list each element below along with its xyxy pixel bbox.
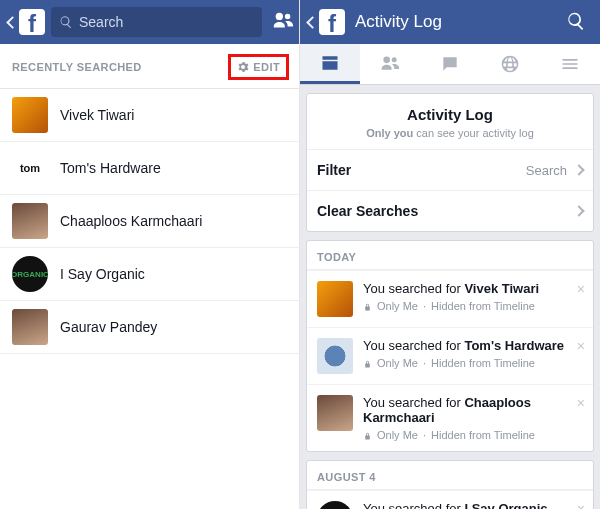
log-entry[interactable]: You searched for Tom's HardwareOnly Me·H… — [307, 327, 593, 384]
clear-searches-row[interactable]: Clear Searches — [307, 190, 593, 231]
dismiss-button[interactable]: × — [577, 281, 585, 297]
log-entry[interactable]: You searched for Chaaploos KarmchaariOnl… — [307, 384, 593, 451]
friends-icon — [272, 10, 294, 32]
log-section: TODAYYou searched for Vivek TiwariOnly M… — [306, 240, 594, 452]
section-label: AUGUST 4 — [307, 461, 593, 490]
tab-notifications[interactable] — [480, 44, 540, 84]
dismiss-button[interactable]: × — [577, 501, 585, 509]
avatar — [317, 338, 353, 374]
search-button[interactable] — [558, 11, 594, 34]
avatar — [12, 203, 48, 239]
chevron-left-icon — [6, 16, 19, 29]
pane-activity-log: f Activity Log Activity Log Only you can… — [300, 0, 600, 509]
edit-label: EDIT — [253, 61, 280, 73]
friend-requests-button[interactable] — [266, 10, 300, 35]
friends-icon — [380, 54, 400, 74]
log-entry-text: You searched for Vivek Tiwari — [363, 281, 583, 296]
avatar — [12, 97, 48, 133]
clear-searches-label: Clear Searches — [317, 203, 418, 219]
chevron-right-icon — [573, 205, 584, 216]
tab-messages[interactable] — [420, 44, 480, 84]
tabstrip — [300, 44, 600, 85]
pane-search: f RECENTLY SEARCHED EDIT Vivek Tiwaritom… — [0, 0, 300, 509]
chevron-left-icon — [306, 16, 319, 29]
recent-item-name: Tom's Hardware — [60, 160, 161, 176]
tab-more[interactable] — [540, 44, 600, 84]
avatar: tom — [12, 150, 48, 186]
log-entry-text: You searched for I Say Organic — [363, 501, 583, 509]
tab-newsfeed[interactable] — [300, 44, 360, 84]
avatar — [317, 281, 353, 317]
back-button[interactable]: f — [6, 0, 47, 44]
recent-item-name: Chaaploos Karmchaari — [60, 213, 202, 229]
recent-list: Vivek TiwaritomTom's HardwareChaaploos K… — [0, 89, 299, 354]
log-entry-meta: Only Me·Hidden from Timeline — [363, 429, 583, 441]
section-label: TODAY — [307, 241, 593, 270]
activity-log-title: Activity Log — [315, 106, 585, 123]
recent-item[interactable]: ORGANICI Say Organic — [0, 248, 299, 301]
log-entry[interactable]: You searched for Vivek TiwariOnly Me·Hid… — [307, 270, 593, 327]
log-entry-text: You searched for Tom's Hardware — [363, 338, 583, 353]
hamburger-icon — [560, 54, 580, 74]
recent-item[interactable]: Chaaploos Karmchaari — [0, 195, 299, 248]
filter-label: Filter — [317, 162, 351, 178]
recent-item[interactable]: Vivek Tiwari — [0, 89, 299, 142]
page-title: Activity Log — [351, 12, 554, 32]
search-icon — [566, 11, 586, 31]
avatar: ORGANIC — [317, 501, 353, 509]
activity-log-header-card: Activity Log Only you can see your activ… — [306, 93, 594, 232]
recent-item-name: Vivek Tiwari — [60, 107, 134, 123]
lock-icon — [363, 359, 372, 368]
facebook-logo: f — [19, 9, 45, 35]
log-entry-meta: Only Me·Hidden from Timeline — [363, 300, 583, 312]
annotation-highlight: EDIT — [228, 54, 289, 80]
filter-row[interactable]: Filter Search — [307, 149, 593, 190]
tab-friends[interactable] — [360, 44, 420, 84]
log-entry[interactable]: ORGANICYou searched for I Say OrganicOnl… — [307, 490, 593, 509]
globe-icon — [500, 54, 520, 74]
messages-icon — [440, 54, 460, 74]
topbar-right: f Activity Log — [300, 0, 600, 44]
recent-item[interactable]: tomTom's Hardware — [0, 142, 299, 195]
search-input[interactable] — [79, 14, 254, 30]
search-icon — [59, 15, 73, 29]
back-button[interactable]: f — [306, 0, 347, 44]
topbar-left: f — [0, 0, 299, 44]
avatar — [317, 395, 353, 431]
feed-icon — [320, 53, 340, 73]
avatar — [12, 309, 48, 345]
edit-button[interactable]: EDIT — [233, 59, 284, 75]
activity-log-content: Activity Log Only you can see your activ… — [300, 85, 600, 509]
recently-searched-header: RECENTLY SEARCHED EDIT — [0, 44, 299, 89]
lock-icon — [363, 431, 372, 440]
search-box[interactable] — [51, 7, 262, 37]
filter-value: Search — [526, 163, 567, 178]
facebook-logo: f — [319, 9, 345, 35]
log-entry-text: You searched for Chaaploos Karmchaari — [363, 395, 583, 425]
avatar: ORGANIC — [12, 256, 48, 292]
lock-icon — [363, 302, 372, 311]
recent-item[interactable]: Gaurav Pandey — [0, 301, 299, 354]
log-entry-meta: Only Me·Hidden from Timeline — [363, 357, 583, 369]
log-section: AUGUST 4ORGANICYou searched for I Say Or… — [306, 460, 594, 509]
recently-searched-label: RECENTLY SEARCHED — [12, 61, 228, 73]
activity-log-subtitle: Only you can see your activity log — [315, 127, 585, 139]
chevron-right-icon — [573, 164, 584, 175]
dismiss-button[interactable]: × — [577, 338, 585, 354]
recent-item-name: I Say Organic — [60, 266, 145, 282]
recent-item-name: Gaurav Pandey — [60, 319, 157, 335]
gear-icon — [237, 61, 249, 73]
dismiss-button[interactable]: × — [577, 395, 585, 411]
